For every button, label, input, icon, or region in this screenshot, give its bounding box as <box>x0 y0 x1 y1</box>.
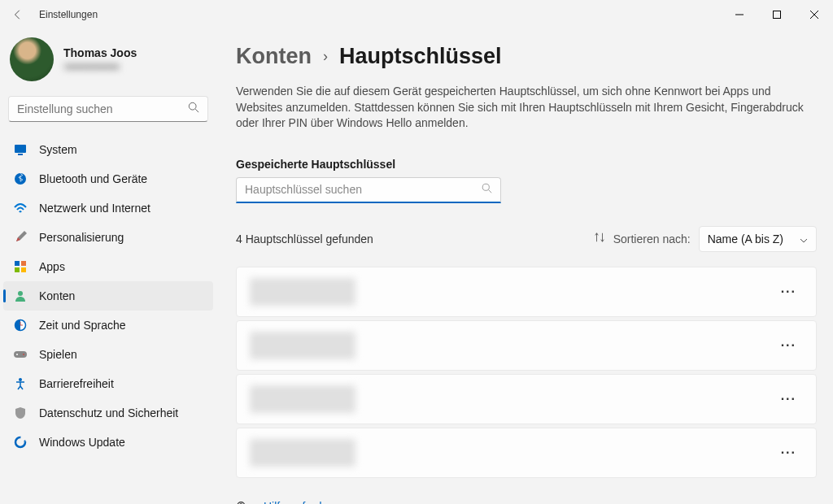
nav-list: System Bluetooth und Geräte Netzwerk und… <box>3 135 213 457</box>
clock-icon <box>13 318 28 332</box>
more-button[interactable]: ··· <box>774 389 803 410</box>
nav-label: Apps <box>39 260 65 273</box>
user-email: t■■■■■■■■■ <box>63 61 137 72</box>
brush-icon <box>13 230 28 245</box>
sidebar-item-privacy[interactable]: Datenschutz und Sicherheit <box>3 398 213 428</box>
nav-label: System <box>39 143 77 156</box>
sidebar-item-personalize[interactable]: Personalisierung <box>3 223 213 252</box>
nav-label: Datenschutz und Sicherheit <box>39 406 178 419</box>
accessibility-icon <box>13 376 28 391</box>
titlebar: Einstellungen <box>0 0 833 29</box>
svg-point-13 <box>18 291 23 296</box>
svg-point-21 <box>19 378 22 381</box>
section-label: Gespeicherte Hauptschlüssel <box>236 158 817 171</box>
sort-value: Name (A bis Z) <box>708 232 783 245</box>
sidebar-item-update[interactable]: Windows Update <box>3 428 213 457</box>
sidebar-item-gaming[interactable]: Spielen <box>3 340 213 369</box>
sidebar-item-bluetooth[interactable]: Bluetooth und Geräte <box>3 164 213 193</box>
svg-rect-6 <box>15 145 26 153</box>
search-icon <box>188 102 199 116</box>
nav-label: Personalisierung <box>39 231 124 244</box>
passkey-name-redacted <box>250 278 355 306</box>
back-button[interactable] <box>8 5 28 24</box>
nav-label: Netzwerk und Internet <box>39 202 150 215</box>
sort-label: Sortieren nach: <box>613 232 691 245</box>
more-button[interactable]: ··· <box>774 281 803 302</box>
sidebar-item-accessibility[interactable]: Barrierefreiheit <box>3 369 213 398</box>
svg-rect-9 <box>15 261 20 266</box>
person-icon <box>13 289 28 303</box>
more-button[interactable]: ··· <box>774 442 803 463</box>
nav-label: Barrierefreiheit <box>39 377 114 390</box>
sort-icon <box>594 232 605 245</box>
page-description: Verwenden Sie die auf diesem Gerät gespe… <box>236 84 817 132</box>
nav-label: Bluetooth und Geräte <box>39 172 147 185</box>
main-content: Konten › Hauptschlüssel Verwenden Sie di… <box>221 29 833 504</box>
results-count: 4 Hauptschlüssel gefunden <box>236 232 373 245</box>
svg-rect-7 <box>18 154 23 155</box>
more-button[interactable]: ··· <box>774 335 803 356</box>
sidebar-item-apps[interactable]: Apps <box>3 252 213 281</box>
sort-select[interactable]: Name (A bis Z) <box>699 226 817 252</box>
svg-rect-1 <box>774 11 781 19</box>
search-icon <box>482 182 492 197</box>
user-name: Thomas Joos <box>63 46 137 59</box>
avatar <box>10 37 54 81</box>
passkey-search[interactable] <box>236 177 501 203</box>
svg-rect-18 <box>14 351 27 358</box>
svg-rect-11 <box>15 267 20 272</box>
help-label: Hilfe anfordern <box>264 500 338 504</box>
minimize-button[interactable] <box>721 0 758 29</box>
nav-label: Konten <box>39 289 75 302</box>
close-button[interactable] <box>796 0 833 29</box>
passkey-item[interactable]: ··· <box>236 374 817 424</box>
passkey-list: ··· ··· ··· ··· <box>236 267 817 478</box>
window-controls <box>721 0 833 29</box>
sidebar-item-accounts[interactable]: Konten <box>3 281 213 311</box>
svg-rect-12 <box>21 267 26 272</box>
passkey-name-redacted <box>250 332 355 359</box>
svg-point-23 <box>482 185 489 191</box>
nav-label: Spielen <box>39 348 77 361</box>
gamepad-icon <box>13 347 28 362</box>
user-profile[interactable]: Thomas Joos t■■■■■■■■■ <box>3 29 213 96</box>
svg-line-5 <box>195 109 198 112</box>
chevron-right-icon: › <box>323 48 328 65</box>
passkey-item[interactable]: ··· <box>236 428 817 478</box>
chevron-down-icon <box>800 232 808 245</box>
sidebar-item-network[interactable]: Netzwerk und Internet <box>3 193 213 223</box>
apps-icon <box>13 259 28 274</box>
svg-line-24 <box>489 190 492 193</box>
passkey-name-redacted <box>250 385 355 413</box>
passkey-item[interactable]: ··· <box>236 320 817 371</box>
nav-label: Windows Update <box>39 436 125 449</box>
shield-icon <box>13 406 28 420</box>
sidebar: Thomas Joos t■■■■■■■■■ System Bluetooth … <box>0 29 221 504</box>
sidebar-item-system[interactable]: System <box>3 135 213 164</box>
breadcrumb-parent[interactable]: Konten <box>236 44 312 69</box>
wifi-icon <box>13 201 28 215</box>
maximize-button[interactable] <box>758 0 796 29</box>
help-link[interactable]: Hilfe anfordern <box>236 499 817 504</box>
bluetooth-icon <box>13 172 28 186</box>
svg-point-4 <box>189 102 196 110</box>
passkey-item[interactable]: ··· <box>236 267 817 317</box>
svg-point-20 <box>23 354 24 355</box>
passkey-name-redacted <box>250 439 355 467</box>
breadcrumb-current: Hauptschlüssel <box>339 44 502 69</box>
breadcrumb: Konten › Hauptschlüssel <box>236 44 817 69</box>
search-input[interactable] <box>17 102 188 115</box>
passkey-search-input[interactable] <box>245 183 482 196</box>
settings-search[interactable] <box>8 96 208 122</box>
sidebar-item-time[interactable]: Zeit und Sprache <box>3 311 213 340</box>
svg-point-19 <box>16 354 18 355</box>
update-icon <box>13 435 28 450</box>
results-bar: 4 Hauptschlüssel gefunden Sortieren nach… <box>236 226 817 252</box>
monitor-icon <box>13 142 28 157</box>
window-title: Einstellungen <box>39 9 98 20</box>
svg-rect-10 <box>21 261 26 266</box>
nav-label: Zeit und Sprache <box>39 319 126 332</box>
help-icon <box>236 499 251 504</box>
svg-point-22 <box>15 437 25 447</box>
